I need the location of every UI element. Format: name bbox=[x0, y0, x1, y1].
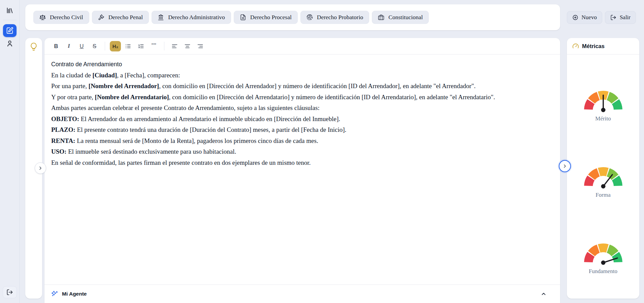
paragraph: PLAZO: El presente contrato tendrá una d… bbox=[51, 124, 553, 136]
toolbar-ordered-list[interactable] bbox=[135, 41, 147, 51]
text-run: , con domicilio en [Dirección del Arrend… bbox=[169, 93, 495, 101]
chevron-right-icon bbox=[38, 165, 43, 171]
left-rail bbox=[0, 0, 20, 303]
category-label: Derecho Penal bbox=[108, 14, 143, 21]
gauges: MéritoFormaFundamento bbox=[567, 54, 639, 299]
category-derecho-probatorio[interactable]: Derecho Probatorio bbox=[300, 11, 369, 24]
category-label: Constitucional bbox=[388, 14, 423, 21]
text-run: En señal de conformidad, las partes firm… bbox=[51, 159, 311, 166]
toolbar-bullet-list[interactable] bbox=[123, 41, 134, 51]
toolbar-underline[interactable]: U bbox=[76, 41, 87, 51]
sparkles-icon bbox=[51, 291, 58, 298]
paragraph: Ambas partes acuerdan celebrar el presen… bbox=[51, 103, 553, 114]
align-right-icon bbox=[197, 43, 203, 49]
action-label: Salir bbox=[620, 14, 631, 21]
gauge-icon bbox=[572, 43, 579, 49]
category-label: Derecho Administrativo bbox=[168, 14, 225, 21]
category-derecho-procesal[interactable]: Derecho Procesal bbox=[234, 11, 298, 24]
rail-bottom bbox=[3, 286, 17, 303]
text-run: La renta mensual será de [Monto de la Re… bbox=[75, 137, 318, 144]
toolbar-bold[interactable]: B bbox=[51, 41, 62, 51]
gauge-fundamento: Fundamento bbox=[582, 241, 624, 275]
gauge-chart bbox=[582, 241, 624, 265]
text-run: En la ciudad de bbox=[51, 72, 92, 79]
rail-item-logout[interactable] bbox=[3, 286, 17, 298]
suggestions-button[interactable] bbox=[29, 42, 38, 52]
toolbar-glyph: H₂ bbox=[112, 43, 119, 49]
text-run: El presente contrato tendrá una duración… bbox=[75, 126, 347, 133]
paragraph: Por una parte, [Nombre del Arrendador], … bbox=[51, 81, 553, 92]
toolbar-strikethrough[interactable]: S bbox=[89, 41, 100, 51]
sparkles-icon bbox=[51, 291, 58, 298]
user-icon bbox=[6, 40, 13, 47]
work-row: BIUSH₂”” Contrato de ArrendamientoEn la … bbox=[25, 38, 560, 303]
text-run: [Nombre del Arrendador] bbox=[89, 82, 159, 89]
paragraph: USO: El inmueble será destinado exclusiv… bbox=[51, 146, 553, 157]
rail-items bbox=[0, 4, 19, 50]
salir-button[interactable]: Salir bbox=[605, 11, 636, 24]
rail-item-library[interactable] bbox=[3, 4, 17, 17]
fingerprint-icon bbox=[307, 14, 313, 21]
rail-item-profile[interactable] bbox=[3, 37, 17, 50]
text-run: , con domicilio en [Dirección del Arrend… bbox=[159, 82, 476, 89]
metrics-header: Métricas bbox=[567, 38, 639, 54]
app-root: Derecho CivilDerecho PenalDerecho Admini… bbox=[0, 0, 644, 303]
gauge-icon bbox=[572, 43, 579, 49]
expand-left-panel-button[interactable] bbox=[35, 162, 46, 174]
toolbar-glyph: B bbox=[54, 43, 58, 49]
gauge-hub bbox=[601, 261, 605, 265]
gauge-merito: Mérito bbox=[582, 89, 624, 122]
list-ordered-icon bbox=[138, 43, 144, 49]
nuevo-button[interactable]: Nuevo bbox=[567, 11, 602, 24]
toolbar-italic[interactable]: I bbox=[63, 41, 74, 51]
file-text-icon bbox=[240, 14, 246, 21]
plus-circle-icon bbox=[572, 14, 578, 21]
toolbar-blockquote[interactable]: ”” bbox=[148, 41, 159, 51]
toolbar-align-center[interactable] bbox=[182, 41, 193, 51]
agent-label: Mi Agente bbox=[62, 291, 87, 297]
gauge-label: Forma bbox=[595, 192, 610, 198]
category-label: Derecho Procesal bbox=[250, 14, 292, 21]
gavel-icon bbox=[98, 14, 104, 21]
align-left-icon bbox=[171, 43, 178, 49]
category-derecho-penal[interactable]: Derecho Penal bbox=[92, 11, 149, 24]
toolbar-glyph: U bbox=[80, 43, 84, 49]
lightbulb-icon bbox=[29, 47, 38, 52]
gauge-hub bbox=[601, 108, 605, 112]
landmark-icon bbox=[158, 14, 164, 21]
rail-divider bbox=[3, 20, 17, 20]
gauge-forma: Forma bbox=[582, 165, 624, 198]
text-run: El inmueble será destinado exclusivament… bbox=[66, 148, 236, 155]
log-out-icon bbox=[6, 289, 13, 296]
agent-collapse-button[interactable] bbox=[541, 291, 547, 297]
text-run: OBJETO: bbox=[51, 115, 79, 122]
agent-bar[interactable]: Mi Agente bbox=[44, 285, 560, 303]
chevron-up-icon bbox=[541, 291, 547, 297]
chevron-up-icon bbox=[541, 291, 547, 297]
paragraph: OBJETO: El Arrendador da en arrendamient… bbox=[51, 114, 553, 125]
category-label: Derecho Civil bbox=[50, 14, 83, 21]
toolbar-align-right[interactable] bbox=[195, 41, 206, 51]
paragraph: Contrato de Arrendamiento bbox=[51, 59, 553, 70]
expand-right-panel-button[interactable] bbox=[559, 160, 571, 172]
action-label: Nuevo bbox=[582, 14, 597, 21]
toolbar-heading-2[interactable]: H₂ bbox=[110, 41, 121, 51]
library-icon bbox=[6, 7, 13, 14]
list-icon bbox=[125, 43, 131, 49]
left-column: Derecho CivilDerecho PenalDerecho Admini… bbox=[25, 4, 560, 303]
text-run: El Arrendador da en arrendamiento al Arr… bbox=[79, 115, 340, 122]
toolbar-glyph: S bbox=[93, 43, 96, 49]
document-editor[interactable]: Contrato de ArrendamientoEn la ciudad de… bbox=[44, 54, 560, 285]
text-run: [Nombre del Arrendatario] bbox=[95, 93, 169, 101]
text-run: Por una parte, bbox=[51, 82, 89, 89]
align-center-icon bbox=[184, 43, 191, 49]
category-constitucional[interactable]: Constitucional bbox=[372, 11, 429, 24]
toolbar-align-left[interactable] bbox=[169, 41, 180, 51]
toolbar-divider bbox=[164, 42, 164, 50]
toolbar-glyph: I bbox=[68, 43, 70, 49]
category-derecho-administrativo[interactable]: Derecho Administrativo bbox=[152, 11, 231, 24]
gauge-hub bbox=[601, 184, 605, 189]
category-derecho-civil[interactable]: Derecho Civil bbox=[33, 11, 89, 24]
rail-item-editor[interactable] bbox=[3, 24, 17, 37]
svg-text:””: ”” bbox=[151, 43, 156, 48]
